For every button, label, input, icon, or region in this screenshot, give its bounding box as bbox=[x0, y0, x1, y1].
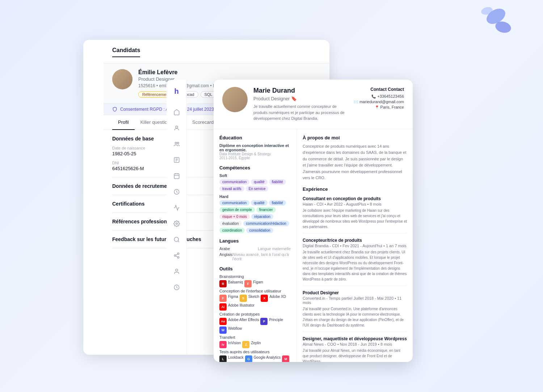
svg-line-22 bbox=[176, 254, 177, 255]
svg-point-20 bbox=[177, 257, 179, 258]
lang-english-name: Anglais bbox=[219, 252, 232, 261]
tool-maze-icon: M bbox=[282, 355, 289, 362]
candidate-avatar bbox=[112, 69, 132, 89]
svg-point-18 bbox=[177, 253, 179, 255]
exp-3: Product Designer Converted.in - Temps pa… bbox=[303, 290, 407, 328]
proto-icons: Ae Adobe After Effects P Principle W Web… bbox=[219, 318, 291, 334]
card-header: Candidats bbox=[104, 40, 329, 63]
edu-school: Data Institute Design & Strategy bbox=[219, 152, 291, 156]
tool-sketch-label: Sketch bbox=[248, 295, 260, 302]
education-title: Éducation bbox=[219, 135, 291, 140]
hskill-4: gestion de compte bbox=[219, 207, 255, 212]
tool-balsamiq-label: Balsamiq bbox=[228, 280, 243, 287]
experience-title: Expérience bbox=[303, 186, 407, 192]
hskill-2: qualité bbox=[251, 200, 267, 206]
value-date-naissance: 1982-05-25 bbox=[112, 151, 214, 156]
tool-adobexd-label: Adobe XD bbox=[269, 295, 286, 302]
resume-role: Product Designer 🔖 bbox=[253, 96, 348, 101]
sidebar-item-user2[interactable] bbox=[170, 265, 183, 278]
tool-invision-label: InVision bbox=[228, 341, 241, 348]
sidebar-item-clock[interactable] bbox=[170, 185, 183, 198]
exp-1-desc: Je collabore avec l'équipe marketing de … bbox=[303, 208, 407, 229]
resume-header: Marie Durand Product Designer 🔖 Je trava… bbox=[214, 80, 413, 129]
exp-2-desc: Je travaille actuellement chez Brandia s… bbox=[303, 249, 407, 282]
tool-figam-label: Figam bbox=[253, 280, 263, 287]
exp-divider-2 bbox=[303, 286, 407, 286]
brainstorming-icons: B Balsamiq F Figam bbox=[219, 280, 291, 287]
svg-point-19 bbox=[174, 255, 176, 257]
exp-1-company: Haian - CDI • Avr 2022 - AugustPlus • 8 … bbox=[303, 202, 407, 206]
decorative-blob-1 bbox=[456, 4, 514, 49]
svg-point-5 bbox=[177, 142, 179, 144]
tool-webflow-icon: W bbox=[219, 326, 227, 334]
resume-contact-title: Contact Contact bbox=[354, 87, 404, 92]
contact-email: ✉️ mariedurand@gmail.com bbox=[354, 100, 404, 104]
contact-location: 📍 Paris, France bbox=[354, 105, 404, 109]
tool-webflow-label: Webflow bbox=[228, 326, 242, 334]
hskill-1: communication bbox=[219, 200, 249, 206]
label-dni: DNI bbox=[112, 161, 214, 165]
contact-phone: 📞 +33645123456 bbox=[354, 94, 404, 98]
sidebar-item-chart[interactable] bbox=[170, 201, 183, 214]
tool-lookback-icon: L bbox=[219, 355, 227, 362]
sidebar-item-settings[interactable] bbox=[170, 217, 183, 230]
skill-communication: communication bbox=[219, 179, 249, 185]
exp-divider-3 bbox=[303, 332, 407, 332]
hard-skills-list: communication qualité fiabilité gestion … bbox=[219, 200, 291, 233]
sidebar-item-calendar[interactable] bbox=[170, 169, 183, 182]
competences-title: Compétences bbox=[219, 165, 291, 170]
tool-zeplin-icon: Z bbox=[242, 341, 249, 348]
exp-4-title: Designer, maquettiste et développeuse Wo… bbox=[303, 336, 407, 341]
hskill-5: financier bbox=[256, 207, 276, 212]
label-date-naissance: Date de naissance bbox=[112, 146, 214, 150]
tool-adobeai-icon: Ai bbox=[219, 303, 227, 311]
tool-group-proto: Création de prototypes Ae Adobe After Ef… bbox=[219, 312, 291, 334]
tool-group-brainstorming: Brainstorming B Balsamiq F Figam bbox=[219, 274, 291, 287]
location-icon: 📍 bbox=[375, 105, 379, 109]
languages-title: Langues bbox=[219, 238, 291, 244]
tool-group-transfer: Transfert Iv InVision Z Zeplin bbox=[219, 335, 291, 348]
skill-qualite: qualité bbox=[251, 179, 267, 185]
svg-line-21 bbox=[176, 256, 177, 257]
lang-english: Anglais Niveau avancé, tant à l'oral qu'… bbox=[219, 252, 291, 261]
exp-divider-1 bbox=[303, 233, 407, 233]
candidate-id: 1525616 bbox=[138, 83, 155, 88]
shield-icon bbox=[112, 107, 117, 112]
sidebar-item-search[interactable] bbox=[170, 233, 183, 246]
tool-figam-icon: F bbox=[244, 280, 252, 287]
hskill-8: évaluation bbox=[219, 221, 242, 226]
tool-figma-label: Figma bbox=[228, 295, 238, 302]
sidebar-item-home[interactable] bbox=[170, 106, 183, 119]
resume-contact: Contact Contact 📞 +33645123456 ✉️ maried… bbox=[354, 87, 404, 122]
edu-degree: Diplôme en conception interactive et en … bbox=[219, 143, 291, 152]
skill-fiabilite: fiabilité bbox=[269, 179, 286, 185]
sidebar-item-team[interactable] bbox=[170, 138, 183, 151]
resume-name-section: Marie Durand Product Designer 🔖 Je trava… bbox=[253, 87, 348, 122]
tool-ga-label: Google Analytics bbox=[254, 355, 281, 362]
tool-ga-icon: G bbox=[245, 355, 252, 362]
skill-travail: travail actifs bbox=[219, 186, 244, 191]
sidebar-item-time2[interactable] bbox=[170, 281, 183, 294]
lang-arabic-level: Langue maternelle bbox=[258, 246, 291, 251]
sidebar-item-network[interactable] bbox=[170, 249, 183, 262]
tool-sketch-icon: S bbox=[240, 295, 247, 302]
ui-icons-2: Ai Adobe Illustrator bbox=[219, 303, 291, 311]
hskill-9: communication/rédaction bbox=[243, 221, 289, 226]
transfer-icons: Iv InVision Z Zeplin bbox=[219, 341, 291, 348]
sidebar-item-docs[interactable] bbox=[170, 153, 183, 167]
resume-card: Marie Durand Product Designer 🔖 Je trava… bbox=[214, 80, 413, 362]
sidebar: h bbox=[167, 80, 187, 355]
resume-name: Marie Durand bbox=[253, 87, 348, 94]
about-text: Conceptrice de produits numériques avec … bbox=[303, 143, 407, 182]
test-icons: L Lookback G Google Analytics M Maze bbox=[219, 355, 291, 362]
exp-4-company: Almal News - COO • Nov 2018 - Jun 2019 •… bbox=[303, 342, 407, 346]
sidebar-item-person[interactable] bbox=[170, 122, 183, 135]
resume-left-column: Éducation Diplôme en conception interact… bbox=[214, 129, 297, 362]
avatar-image bbox=[112, 69, 132, 89]
tool-balsamiq-icon: B bbox=[219, 280, 227, 287]
resume-right-column: À propos de moi Conceptrice de produits … bbox=[297, 129, 413, 362]
skill-hard-label: Hard bbox=[219, 194, 291, 199]
exp-1-title: Consultant en conception de produits bbox=[303, 196, 407, 201]
tab-profil[interactable]: Profil bbox=[112, 115, 135, 130]
edu-year: 2011-2015, Égypte bbox=[219, 156, 291, 160]
